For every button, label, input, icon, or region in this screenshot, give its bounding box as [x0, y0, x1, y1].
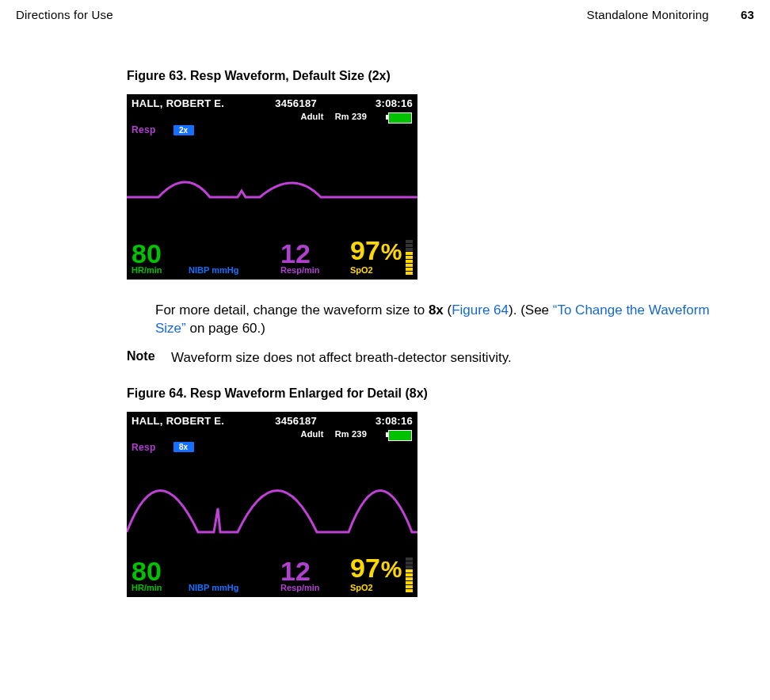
header-page-number: 63 — [741, 8, 754, 21]
resp-label: Resp — [132, 442, 156, 453]
patient-id: 3456187 — [216, 415, 375, 429]
header-left: Directions for Use — [16, 8, 113, 21]
resp-waveform-2x — [127, 135, 417, 230]
patient-id: 3456187 — [216, 97, 375, 112]
battery-icon — [386, 112, 413, 122]
monitor-screenshot-8x: HALL, ROBERT E. 3456187 3:08:16 Adult Rm… — [127, 412, 417, 597]
bold-8x: 8x — [429, 302, 444, 318]
room-number: Rm 239 — [335, 429, 367, 440]
room-number: Rm 239 — [335, 112, 367, 123]
spo2-percent: % — [381, 238, 402, 264]
resp-value: 12 — [280, 242, 350, 265]
hr-value: 80 — [132, 559, 189, 583]
spo2-percent: % — [381, 556, 402, 582]
spo2-bar-icon — [406, 557, 413, 592]
spo2-value: 97 — [350, 235, 380, 265]
page-header: Directions for Use Standalone Monitoring… — [16, 8, 754, 21]
waveform-scale-badge: 8x — [173, 442, 194, 452]
nibp-unit: NIBP mmHg — [189, 265, 280, 275]
patient-name: HALL, ROBERT E. — [132, 97, 224, 112]
resp-waveform-8x — [127, 453, 417, 548]
waveform-scale-badge: 2x — [173, 125, 194, 135]
link-figure-64[interactable]: Figure 64 — [452, 302, 509, 318]
spo2-label: SpO2 — [350, 265, 413, 275]
note-label: Note — [127, 349, 171, 367]
spo2-value: 97 — [350, 553, 380, 583]
body-paragraph: For more detail, change the waveform siz… — [155, 302, 738, 338]
resp-label: Resp — [132, 124, 156, 135]
hr-value: 80 — [132, 242, 189, 265]
resp-value: 12 — [280, 559, 350, 583]
spo2-label: SpO2 — [350, 583, 413, 592]
patient-name: HALL, ROBERT E. — [132, 415, 224, 429]
patient-mode: Adult — [301, 112, 324, 123]
hr-unit: HR/min — [132, 265, 189, 275]
note-block: Note Waveform size does not affect breat… — [127, 349, 738, 367]
resp-unit: Resp/min — [280, 583, 350, 592]
clock-time: 3:08:16 — [375, 415, 413, 429]
battery-icon — [386, 430, 413, 439]
figure-64-caption: Figure 64. Resp Waveform Enlarged for De… — [127, 386, 738, 401]
nibp-unit: NIBP mmHg — [189, 583, 280, 592]
monitor-screenshot-2x: HALL, ROBERT E. 3456187 3:08:16 Adult Rm… — [127, 94, 417, 280]
spo2-bar-icon — [406, 239, 413, 275]
header-center: Standalone Monitoring — [587, 8, 709, 21]
figure-63-caption: Figure 63. Resp Waveform, Default Size (… — [127, 69, 738, 83]
patient-mode: Adult — [301, 429, 324, 440]
resp-unit: Resp/min — [280, 265, 350, 275]
note-text: Waveform size does not affect breath-det… — [171, 349, 512, 367]
hr-unit: HR/min — [132, 583, 189, 592]
clock-time: 3:08:16 — [375, 97, 413, 112]
